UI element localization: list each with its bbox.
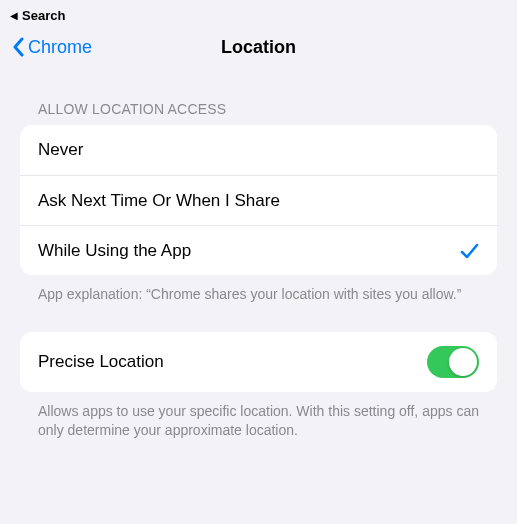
back-triangle-icon: ◀: [10, 10, 18, 21]
chevron-left-icon: [12, 37, 24, 57]
precise-footer-text: Allows apps to use your specific locatio…: [20, 392, 497, 440]
option-while-using-app[interactable]: While Using the App: [20, 225, 497, 275]
option-label: While Using the App: [38, 241, 191, 261]
back-button[interactable]: Chrome: [12, 37, 92, 58]
page-title: Location: [221, 37, 296, 58]
option-label: Ask Next Time Or When I Share: [38, 191, 280, 211]
precise-location-row[interactable]: Precise Location: [20, 332, 497, 392]
option-never[interactable]: Never: [20, 125, 497, 175]
location-access-group: Never Ask Next Time Or When I Share Whil…: [20, 125, 497, 275]
precise-location-label: Precise Location: [38, 352, 164, 372]
precise-location-toggle[interactable]: [427, 346, 479, 378]
nav-bar: Chrome Location: [0, 27, 517, 71]
section-header-access: ALLOW LOCATION ACCESS: [20, 71, 497, 125]
checkmark-icon: [459, 241, 479, 261]
breadcrumb-label: Search: [22, 8, 65, 23]
access-footer-text: App explanation: “Chrome shares your loc…: [20, 275, 497, 304]
option-label: Never: [38, 140, 83, 160]
precise-location-group: Precise Location: [20, 332, 497, 392]
toggle-knob: [449, 348, 477, 376]
breadcrumb-back-to-search[interactable]: ◀ Search: [0, 0, 517, 27]
option-ask-next-time[interactable]: Ask Next Time Or When I Share: [20, 175, 497, 225]
back-label: Chrome: [28, 37, 92, 58]
